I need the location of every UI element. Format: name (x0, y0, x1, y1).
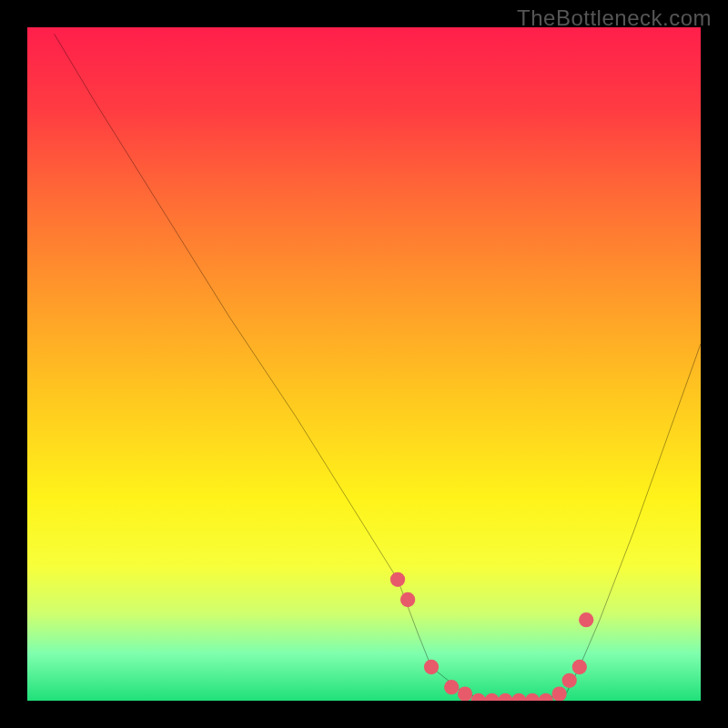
highlight-dot (390, 572, 405, 587)
highlight-dot (551, 686, 566, 701)
chart-container: TheBottleneck.com (0, 0, 728, 728)
highlight-dot (444, 680, 459, 694)
plot-area (27, 27, 701, 701)
highlight-dot (572, 660, 587, 674)
highlight-dot (539, 693, 553, 701)
highlight-dot (458, 686, 472, 701)
highlight-dot (498, 693, 512, 701)
highlight-dot (511, 693, 526, 701)
highlight-dot (424, 660, 439, 674)
highlight-markers (390, 572, 593, 701)
curve-svg (27, 27, 701, 701)
highlight-dot (484, 693, 499, 701)
highlight-dot (579, 612, 593, 627)
highlight-dot (525, 693, 540, 701)
bottleneck-curve (55, 34, 701, 701)
highlight-dot (400, 592, 415, 607)
highlight-dot (471, 693, 486, 701)
highlight-dot (562, 673, 577, 688)
watermark-text: TheBottleneck.com (517, 5, 712, 31)
